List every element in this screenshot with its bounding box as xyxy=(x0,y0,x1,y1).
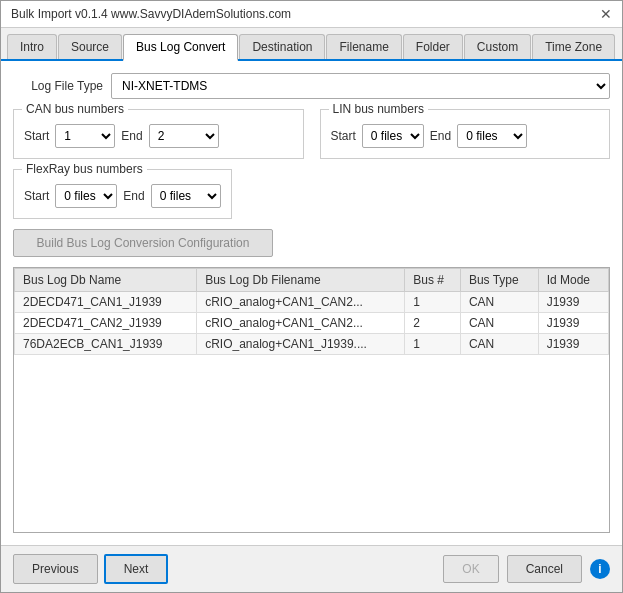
tab-bar: Intro Source Bus Log Convert Destination… xyxy=(1,28,622,61)
cell-bus-type: CAN xyxy=(460,313,538,334)
build-button[interactable]: Build Bus Log Conversion Configuration xyxy=(13,229,273,257)
flexray-inner: Start 0 files End 0 files xyxy=(24,184,221,208)
main-content: Log File Type NI-XNET-TDMS CAN bus numbe… xyxy=(1,61,622,545)
flexray-legend: FlexRay bus numbers xyxy=(22,162,147,176)
cell-id-mode: J1939 xyxy=(538,334,608,355)
tab-bus-log-convert[interactable]: Bus Log Convert xyxy=(123,34,238,61)
flexray-end-label: End xyxy=(123,189,144,203)
table-row: 76DA2ECB_CAN1_J1939 cRIO_analog+CAN1_J19… xyxy=(15,334,609,355)
lin-start-label: Start xyxy=(331,129,356,143)
footer: Previous Next OK Cancel i xyxy=(1,545,622,592)
table-header-row: Bus Log Db Name Bus Log Db Filename Bus … xyxy=(15,269,609,292)
table-row: 2DECD471_CAN1_J1939 cRIO_analog+CAN1_CAN… xyxy=(15,292,609,313)
ok-button[interactable]: OK xyxy=(443,555,498,583)
tab-intro[interactable]: Intro xyxy=(7,34,57,59)
tab-time-zone[interactable]: Time Zone xyxy=(532,34,615,59)
cell-bus-num: 2 xyxy=(405,313,461,334)
lin-start-select[interactable]: 0 files xyxy=(362,124,424,148)
col-db-filename: Bus Log Db Filename xyxy=(197,269,405,292)
cell-bus-type: CAN xyxy=(460,334,538,355)
col-db-name: Bus Log Db Name xyxy=(15,269,197,292)
can-bus-group: CAN bus numbers Start 1 End 2 xyxy=(13,109,304,159)
lin-bus-legend: LIN bus numbers xyxy=(329,102,428,116)
footer-left: Previous Next xyxy=(13,554,435,584)
footer-right: OK Cancel i xyxy=(443,555,610,583)
col-id-mode: Id Mode xyxy=(538,269,608,292)
flexray-row: FlexRay bus numbers Start 0 files End 0 … xyxy=(13,169,610,219)
info-icon[interactable]: i xyxy=(590,559,610,579)
can-bus-legend: CAN bus numbers xyxy=(22,102,128,116)
flexray-end-select[interactable]: 0 files xyxy=(151,184,221,208)
cell-bus-num: 1 xyxy=(405,292,461,313)
cell-bus-num: 1 xyxy=(405,334,461,355)
col-bus-num: Bus # xyxy=(405,269,461,292)
bus-groups: CAN bus numbers Start 1 End 2 LIN bus nu… xyxy=(13,109,610,159)
log-file-type-select[interactable]: NI-XNET-TDMS xyxy=(111,73,610,99)
cell-db-name: 2DECD471_CAN2_J1939 xyxy=(15,313,197,334)
tab-folder[interactable]: Folder xyxy=(403,34,463,59)
tab-source[interactable]: Source xyxy=(58,34,122,59)
close-button[interactable]: ✕ xyxy=(600,7,612,21)
flexray-bus-group: FlexRay bus numbers Start 0 files End 0 … xyxy=(13,169,232,219)
cell-db-filename: cRIO_analog+CAN1_CAN2... xyxy=(197,313,405,334)
cell-db-name: 76DA2ECB_CAN1_J1939 xyxy=(15,334,197,355)
cell-bus-type: CAN xyxy=(460,292,538,313)
bus-log-table: Bus Log Db Name Bus Log Db Filename Bus … xyxy=(14,268,609,355)
bus-log-table-container: Bus Log Db Name Bus Log Db Filename Bus … xyxy=(13,267,610,533)
cell-db-filename: cRIO_analog+CAN1_J1939.... xyxy=(197,334,405,355)
title-bar: Bulk Import v0.1.4 www.SavvyDIAdemSoluti… xyxy=(1,1,622,28)
log-file-type-label: Log File Type xyxy=(13,79,103,93)
can-start-label: Start xyxy=(24,129,49,143)
window-title: Bulk Import v0.1.4 www.SavvyDIAdemSoluti… xyxy=(11,7,291,21)
cell-db-name: 2DECD471_CAN1_J1939 xyxy=(15,292,197,313)
tab-filename[interactable]: Filename xyxy=(326,34,401,59)
lin-end-select[interactable]: 0 files xyxy=(457,124,527,148)
tab-destination[interactable]: Destination xyxy=(239,34,325,59)
can-bus-inner: Start 1 End 2 xyxy=(24,124,293,148)
can-end-label: End xyxy=(121,129,142,143)
main-window: Bulk Import v0.1.4 www.SavvyDIAdemSoluti… xyxy=(0,0,623,593)
lin-end-label: End xyxy=(430,129,451,143)
cell-id-mode: J1939 xyxy=(538,313,608,334)
cell-db-filename: cRIO_analog+CAN1_CAN2... xyxy=(197,292,405,313)
can-end-select[interactable]: 2 xyxy=(149,124,219,148)
cell-id-mode: J1939 xyxy=(538,292,608,313)
build-button-wrapper: Build Bus Log Conversion Configuration xyxy=(13,229,610,257)
tab-custom[interactable]: Custom xyxy=(464,34,531,59)
previous-button[interactable]: Previous xyxy=(13,554,98,584)
flexray-start-select[interactable]: 0 files xyxy=(55,184,117,208)
log-file-type-row: Log File Type NI-XNET-TDMS xyxy=(13,73,610,99)
lin-bus-inner: Start 0 files End 0 files xyxy=(331,124,600,148)
table-row: 2DECD471_CAN2_J1939 cRIO_analog+CAN1_CAN… xyxy=(15,313,609,334)
cancel-button[interactable]: Cancel xyxy=(507,555,582,583)
col-bus-type: Bus Type xyxy=(460,269,538,292)
next-button[interactable]: Next xyxy=(104,554,169,584)
can-start-select[interactable]: 1 xyxy=(55,124,115,148)
flexray-start-label: Start xyxy=(24,189,49,203)
lin-bus-group: LIN bus numbers Start 0 files End 0 file… xyxy=(320,109,611,159)
